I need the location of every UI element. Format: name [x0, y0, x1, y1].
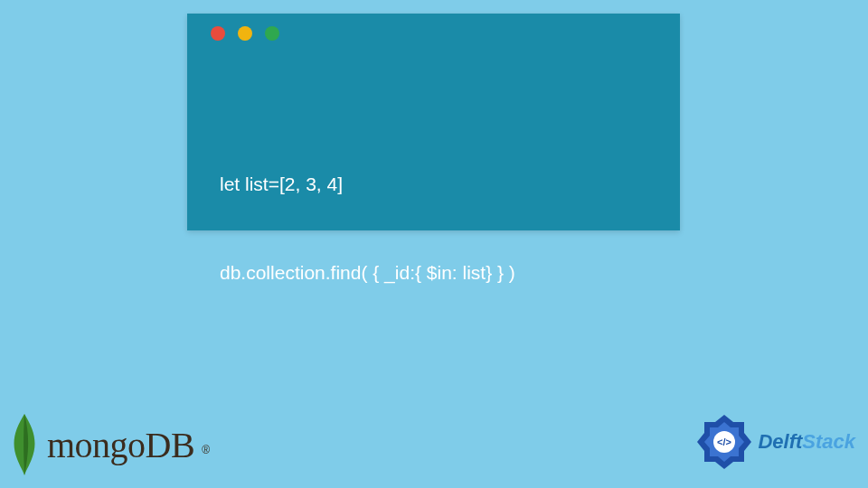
- svg-text:</>: </>: [717, 436, 731, 447]
- maximize-icon: [265, 26, 279, 41]
- mongodb-wordmark: mongoDB: [47, 424, 194, 466]
- close-icon: [211, 26, 225, 41]
- code-body: let list=[2, 3, 4] db.collection.find( {…: [187, 53, 680, 346]
- window-titlebar: [187, 14, 680, 53]
- code-line: let list=[2, 3, 4]: [220, 170, 647, 200]
- delft-part1: Delft: [758, 430, 802, 453]
- minimize-icon: [238, 26, 252, 41]
- registered-mark: ®: [202, 444, 210, 456]
- delftstack-emblem-icon: </>: [696, 414, 752, 470]
- delftstack-logo: </> DelftStack: [696, 414, 855, 470]
- leaf-icon: [7, 412, 42, 477]
- code-line: db.collection.find( { _id:{ $in: list} }…: [220, 258, 647, 288]
- delftstack-wordmark: DelftStack: [758, 430, 855, 454]
- mongodb-logo: mongoDB ®: [7, 412, 208, 477]
- delft-part2: Stack: [802, 430, 855, 453]
- code-window: let list=[2, 3, 4] db.collection.find( {…: [187, 14, 680, 230]
